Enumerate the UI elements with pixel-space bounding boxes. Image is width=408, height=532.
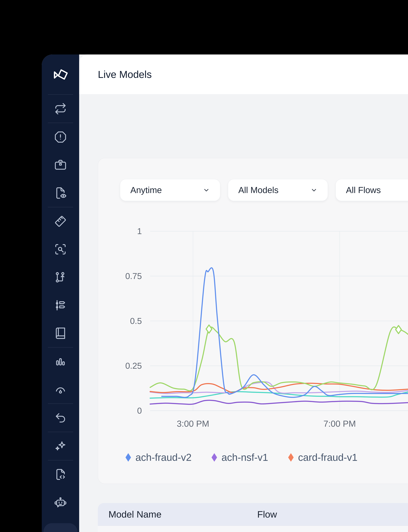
data-point-marker	[396, 326, 401, 334]
timeline-tags-icon	[54, 299, 67, 311]
sidebar-item-sparkles[interactable]	[43, 432, 77, 460]
sidebar-item-book[interactable]	[43, 319, 77, 347]
sidebar-active-highlight	[43, 523, 77, 532]
filter-all-models[interactable]: All Models	[228, 179, 328, 201]
y-tick-0: 0	[137, 406, 142, 416]
route-icon	[54, 271, 67, 284]
sidebar-item-bot[interactable]	[43, 488, 77, 516]
repeat-icon	[54, 102, 67, 115]
models-table-header: Model NameFlow	[98, 503, 408, 526]
series-green	[150, 327, 408, 391]
legend-diamond-icon	[125, 453, 131, 462]
legend-item-card-fraud-v1[interactable]: card-fraud-v1	[288, 452, 357, 463]
sidebar-item-gauge[interactable]	[43, 375, 77, 403]
filter-label: All Models	[238, 185, 279, 195]
sidebar	[42, 54, 79, 532]
chevron-down-icon	[203, 186, 210, 194]
data-point-marker	[206, 325, 212, 333]
filter-label: Anytime	[130, 185, 162, 195]
series-blue	[162, 268, 408, 397]
column-header-model-name: Model Name	[109, 509, 257, 520]
legend-label: ach-nsf-v1	[221, 452, 268, 463]
sidebar-item-file-code[interactable]	[43, 460, 77, 488]
filter-anytime[interactable]: Anytime	[120, 179, 220, 201]
briefcase-icon	[54, 159, 67, 171]
legend-item-ach-nsf-v1[interactable]: ach-nsf-v1	[211, 452, 268, 463]
models-overview-card: AnytimeAll ModelsAll Flows 00.250.50.751…	[98, 158, 408, 484]
x-tick: 7:00 PM	[323, 419, 356, 429]
sidebar-item-scan-search[interactable]	[43, 235, 77, 263]
chevron-down-icon	[310, 186, 317, 194]
ruler-icon	[54, 215, 67, 228]
sparkles-icon	[54, 440, 67, 452]
file-code-icon	[54, 468, 67, 481]
filter-all-flows[interactable]: All Flows	[336, 179, 408, 201]
chart-x-axis: 3:00 PM7:00 PM	[150, 419, 408, 430]
y-tick-0.75: 0.75	[125, 271, 142, 281]
alert-octagon-icon	[54, 131, 67, 143]
app-window: Live Models Models Overview AnytimeAll M…	[42, 54, 408, 532]
y-tick-0.5: 0.5	[130, 316, 142, 326]
chart-y-axis: 00.250.50.751	[98, 231, 145, 411]
table-row[interactable]: card-fraud-v01CARD-PURCHASE-LIMIT	[98, 526, 408, 532]
bar-chart-icon	[54, 355, 67, 368]
legend-item-ach-fraud-v2[interactable]: ach-fraud-v2	[125, 452, 192, 463]
topbar: Live Models	[79, 54, 408, 95]
filter-label: All Flows	[346, 185, 381, 195]
gauge-icon	[54, 383, 67, 396]
y-tick-1: 1	[137, 226, 142, 236]
y-tick-0.25: 0.25	[125, 361, 142, 371]
legend-label: card-fraud-v1	[298, 452, 357, 463]
sidebar-item-bar-chart[interactable]	[43, 347, 77, 375]
main-area: Live Models Models Overview AnytimeAll M…	[79, 54, 408, 532]
series-violet	[150, 400, 408, 404]
legend-label: ach-fraud-v2	[136, 452, 192, 463]
sidebar-item-file-preview[interactable]	[43, 179, 77, 207]
sidebar-item-briefcase[interactable]	[43, 151, 77, 179]
column-header-flow: Flow	[257, 509, 408, 520]
book-icon	[54, 327, 67, 339]
sidebar-item-timeline-tags[interactable]	[43, 291, 77, 319]
sidebar-item-route[interactable]	[43, 263, 77, 291]
sidebar-item-undo[interactable]	[43, 404, 77, 432]
models-table: Model NameFlow card-fraud-v01CARD-PURCHA…	[98, 503, 408, 532]
logo-icon	[51, 69, 69, 82]
filter-bar: AnytimeAll ModelsAll Flows	[120, 179, 408, 201]
chart-legend: ach-fraud-v2ach-nsf-v1card-fraud-v1	[125, 452, 408, 463]
screen: Live Models Models Overview AnytimeAll M…	[0, 0, 408, 532]
bot-icon	[54, 496, 67, 509]
undo-icon	[54, 412, 67, 424]
legend-diamond-icon	[211, 453, 217, 462]
sidebar-item-ruler[interactable]	[43, 207, 77, 235]
scan-search-icon	[54, 243, 67, 256]
x-tick: 3:00 PM	[177, 419, 209, 429]
sidebar-item-repeat[interactable]	[43, 95, 77, 123]
sidebar-item-alert-octagon[interactable]	[43, 123, 77, 151]
topbar-title: Live Models	[98, 69, 152, 80]
app-logo[interactable]	[51, 69, 69, 82]
sidebar-item-brain-circuit[interactable]	[43, 523, 77, 532]
legend-diamond-icon	[288, 453, 294, 462]
file-preview-icon	[54, 187, 67, 199]
models-overview-chart	[150, 231, 408, 411]
